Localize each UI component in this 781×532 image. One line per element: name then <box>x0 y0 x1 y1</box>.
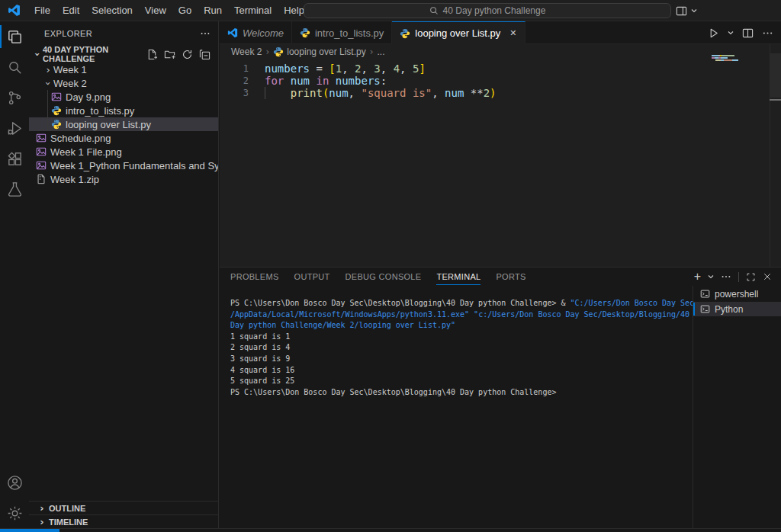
python-icon <box>273 46 284 57</box>
tree-item-day-9-png[interactable]: Day 9.png <box>29 90 218 104</box>
tree-indent-guide <box>47 90 48 104</box>
settings-gear-icon[interactable] <box>0 498 29 528</box>
terminal-instance-python[interactable]: Python <box>693 302 781 316</box>
breadcrumb-separator: › <box>370 46 374 57</box>
close-panel-icon[interactable] <box>763 272 772 281</box>
terminal-line-4: 1 squard is 1 <box>230 332 694 343</box>
minimap[interactable] <box>712 55 738 62</box>
tree-item-week-1[interactable]: ›Week 1 <box>29 62 218 76</box>
explorer-more-actions-icon[interactable] <box>200 28 211 39</box>
code-editor[interactable]: 1numbers = [1, 2, 3, 4, 5]2for num in nu… <box>220 59 769 267</box>
tab-intro-to-lists-py[interactable]: intro_to_lists.py <box>292 21 392 44</box>
new-folder-icon[interactable] <box>164 49 175 60</box>
tab-welcome[interactable]: Welcome <box>220 21 292 44</box>
editor-scrollbar[interactable] <box>770 44 781 267</box>
tree-item-label: Week 1.zip <box>50 174 99 185</box>
panel-tab-problems[interactable]: PROBLEMS <box>230 268 279 286</box>
tree-item-week-1-python-fundamentals-and-syntax-png[interactable]: Week 1_Python Fundamentals and Syntax.pn… <box>29 159 218 172</box>
panel-more-actions-icon[interactable] <box>721 271 731 282</box>
run-and-debug-icon[interactable] <box>0 113 29 143</box>
editor-group: Welcomeintro_to_lists.pylooping over Lis… <box>220 21 781 267</box>
menu-selection[interactable]: Selection <box>85 0 138 21</box>
vscode-logo-icon <box>8 4 21 17</box>
tree-item-label: intro_to_lists.py <box>66 105 134 117</box>
new-file-icon[interactable] <box>146 49 158 60</box>
menu-edit[interactable]: Edit <box>56 0 85 21</box>
breadcrumb-item-week-2[interactable]: Week 2 <box>231 46 262 57</box>
tab-looping-over-list-py[interactable]: looping over List.py✕ <box>392 21 525 44</box>
search-sidebar-icon[interactable] <box>0 52 29 82</box>
panel-tab-ports[interactable]: PORTS <box>496 268 525 286</box>
python-file-icon <box>51 119 62 130</box>
terminal-line-1: PS C:\Users\Don Bosco Day Sec\Desktop\Bl… <box>230 298 694 309</box>
new-terminal-icon[interactable]: + <box>694 271 701 282</box>
breadcrumb-separator: › <box>265 46 269 57</box>
image-file-icon <box>36 160 47 171</box>
breadcrumb-item-[interactable]: ... <box>378 46 385 57</box>
command-center-search[interactable]: 40 Day python Challenge <box>304 3 671 18</box>
menu-file[interactable]: File <box>28 0 56 21</box>
menu-run[interactable]: Run <box>198 0 228 21</box>
code-line-3[interactable]: 3 print(num, "squard is", num **2) <box>220 87 769 99</box>
terminal-output[interactable]: PS C:\Users\Don Bosco Day Sec\Desktop\Bl… <box>230 298 694 398</box>
python-icon <box>300 27 310 38</box>
editor-more-actions-icon[interactable] <box>762 27 773 39</box>
tree-item-label: Schedule.png <box>50 133 111 144</box>
root-folder-label: 40 DAY PYTHON CHALLENGE <box>43 45 146 63</box>
testing-icon[interactable] <box>0 174 29 204</box>
tree-item-week-2[interactable]: ›Week 2 <box>29 76 218 90</box>
tree-item-schedule-png[interactable]: Schedule.png <box>29 131 218 145</box>
code-text: for num in numbers: <box>265 75 387 87</box>
terminal-line-6: 3 squard is 9 <box>230 354 694 365</box>
layout-dropdown-chevron-icon[interactable] <box>691 8 697 14</box>
accounts-icon[interactable] <box>0 467 29 498</box>
code-line-2[interactable]: 2for num in numbers: <box>220 75 769 87</box>
breadcrumb-item-looping-over-list-py[interactable]: looping over List.py <box>273 46 365 57</box>
maximize-panel-icon[interactable] <box>746 272 756 282</box>
menu-view[interactable]: View <box>139 0 172 21</box>
run-dropdown-chevron-icon[interactable] <box>728 30 734 36</box>
close-tab-icon[interactable]: ✕ <box>509 28 516 38</box>
customize-layout-icon[interactable] <box>676 5 687 17</box>
terminal-dropdown-chevron-icon[interactable] <box>708 274 714 280</box>
remote-indicator[interactable] <box>0 529 59 532</box>
tab-label: looping over List.py <box>415 27 500 39</box>
tree-item-label: Day 9.png <box>66 91 111 103</box>
python-file-icon <box>51 105 62 116</box>
refresh-icon[interactable] <box>182 49 193 60</box>
timeline-label: TIMELINE <box>49 518 88 527</box>
terminal-instance-label: powershell <box>715 289 758 300</box>
breadcrumb-label: looping over List.py <box>287 46 365 57</box>
extensions-icon[interactable] <box>0 143 29 174</box>
workspace-root-folder[interactable]: › 40 DAY PYTHON CHALLENGE <box>29 46 218 62</box>
menu-terminal[interactable]: Terminal <box>228 0 278 21</box>
search-icon <box>429 6 439 15</box>
explorer-icon[interactable] <box>0 21 29 52</box>
tree-item-week-1-zip[interactable]: Week 1.zip <box>29 172 218 186</box>
bottom-panel: PROBLEMSOUTPUTDEBUG CONSOLETERMINALPORTS… <box>220 267 781 528</box>
zip-file-icon <box>36 174 47 184</box>
outline-section[interactable]: › OUTLINE <box>29 501 218 514</box>
run-python-file-icon[interactable] <box>708 27 719 39</box>
panel-tab-terminal[interactable]: TERMINAL <box>436 268 480 286</box>
explorer-sidebar: EXPLORER › 40 DAY PYTHON CHALLENGE ›Week… <box>29 21 219 528</box>
tree-item-looping-over-list-py[interactable]: looping over List.py <box>29 117 218 131</box>
timeline-section[interactable]: › TIMELINE <box>29 514 218 528</box>
collapse-folders-icon[interactable] <box>199 49 211 60</box>
menu-go[interactable]: Go <box>172 0 198 21</box>
code-line-1[interactable]: 1numbers = [1, 2, 3, 4, 5] <box>220 62 769 75</box>
chevron-right-icon: › <box>43 64 53 75</box>
tree-item-label: Week 1 File.png <box>50 146 122 158</box>
panel-tab-debug-console[interactable]: DEBUG CONSOLE <box>346 268 422 286</box>
chevron-down-icon: › <box>43 78 54 88</box>
panel-tab-output[interactable]: OUTPUT <box>294 268 330 286</box>
line-number: 2 <box>220 75 249 87</box>
source-control-icon[interactable] <box>0 82 29 113</box>
status-bar <box>0 528 781 532</box>
terminal-instance-label: Python <box>715 304 743 315</box>
tree-item-week-1-file-png[interactable]: Week 1 File.png <box>29 145 218 159</box>
terminal-instance-powershell[interactable]: powershell <box>693 287 781 301</box>
chevron-right-icon: › <box>37 516 47 527</box>
tree-item-intro-to-lists-py[interactable]: intro_to_lists.py <box>29 104 218 117</box>
split-editor-icon[interactable] <box>742 27 754 39</box>
